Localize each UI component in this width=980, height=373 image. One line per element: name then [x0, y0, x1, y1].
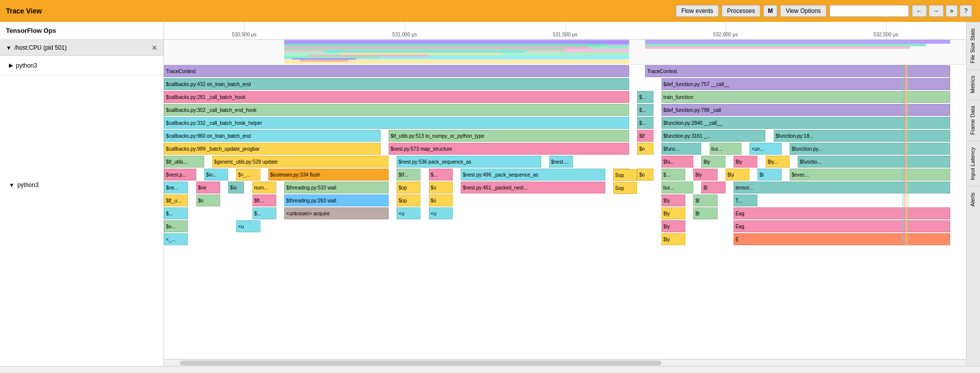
- m-button[interactable]: M: [763, 5, 777, 17]
- nav-more-button[interactable]: »: [946, 5, 958, 17]
- flame-s-dots2[interactable]: $...: [661, 169, 685, 181]
- help-button[interactable]: ?: [960, 5, 972, 17]
- flame-sdots1[interactable]: $...: [637, 91, 653, 103]
- flame-threading263[interactable]: $threading.py:263 wait: [284, 194, 389, 206]
- flame-clt1[interactable]: <_...: [164, 233, 188, 245]
- flame-ne1[interactable]: $ne...: [164, 182, 188, 193]
- flame-cu2[interactable]: <u: [429, 207, 453, 219]
- nav-left-button[interactable]: ←: [912, 5, 927, 17]
- flame-eag2[interactable]: Eag: [734, 220, 950, 232]
- flame-cb332[interactable]: $callbacks.py:332 _call_batch_hook_helpe…: [164, 117, 629, 129]
- flame-sc1[interactable]: $<_...: [236, 169, 260, 181]
- flame-so2[interactable]: $o: [429, 182, 453, 193]
- flame-st1[interactable]: $t: [757, 169, 781, 181]
- flame-ne2[interactable]: $ne: [196, 182, 220, 193]
- flame-tfutils513[interactable]: $tf_utils.py:513 to_numpy_or_python_type: [389, 130, 629, 142]
- tab-file-size-stats[interactable]: File Size Stats: [967, 22, 980, 69]
- flame-st3[interactable]: $t: [693, 194, 717, 206]
- flame-un1[interactable]: <un...: [749, 143, 782, 155]
- flame-sty6[interactable]: $ty: [661, 194, 685, 206]
- flame-sop3[interactable]: $op: [397, 194, 420, 206]
- flame-tf-dots1[interactable]: $tf...: [397, 169, 420, 181]
- flame-nestp1[interactable]: $nest.p...: [164, 169, 196, 181]
- search-input[interactable]: [829, 5, 909, 17]
- flame-func-bui-un[interactable]: $func...: [661, 143, 702, 155]
- flame-callbacks960[interactable]: $callbacks.py:960 on_train_batch_end: [164, 130, 381, 142]
- flame-bui1[interactable]: bui...: [710, 143, 742, 155]
- tab-alerts[interactable]: Alerts: [967, 186, 980, 212]
- flame-sop-537[interactable]: Sop: [613, 182, 637, 194]
- flame-tensor1[interactable]: tensor...: [734, 182, 950, 193]
- flame-sfu1[interactable]: $fu...: [661, 156, 694, 168]
- flame-bui2[interactable]: bui...: [661, 182, 694, 193]
- flame-tfu1[interactable]: $tf_u...: [164, 194, 188, 206]
- flame-T1[interactable]: T...: [734, 194, 757, 206]
- flame-function18[interactable]: $function.py:18...: [774, 130, 950, 142]
- flame-tracecontext-2[interactable]: TraceContext: [645, 65, 950, 77]
- flame-stf1[interactable]: $tf: [637, 130, 653, 142]
- flame-function3161[interactable]: $function.py:3161 _...: [661, 130, 766, 142]
- flame-tracecontext-1[interactable]: TraceContext: [164, 65, 629, 77]
- flow-events-button[interactable]: Flow events: [676, 5, 719, 17]
- processes-button[interactable]: Processes: [722, 5, 760, 17]
- flame-nest573[interactable]: $nest.py:573 map_structure: [389, 143, 629, 155]
- flame-st2[interactable]: $t: [701, 182, 725, 193]
- flame-sty4[interactable]: $ty: [693, 169, 717, 181]
- flame-function2840[interactable]: $function.py:2840 __call__: [661, 117, 950, 129]
- flame-function-io[interactable]: $functio...: [798, 156, 950, 168]
- flame-sty9[interactable]: $ty: [661, 233, 685, 245]
- tab-frame-data[interactable]: Frame Data: [967, 99, 980, 141]
- tab-metrics[interactable]: Metrics: [967, 69, 980, 99]
- flame-sn2[interactable]: $n: [196, 194, 220, 206]
- flame-nest536[interactable]: $nest.py:536 pack_sequence_as: [397, 156, 541, 168]
- flame-st4[interactable]: $t: [693, 207, 717, 219]
- flame-nest-dots1[interactable]: $nest....: [549, 156, 573, 168]
- flame-num1[interactable]: num...: [252, 182, 276, 193]
- flame-tfutils1[interactable]: $tf_utils...: [164, 156, 204, 168]
- flame-so4[interactable]: $o...: [164, 220, 188, 232]
- flame-deffunction757[interactable]: $def_function.py:757 __call__: [661, 78, 950, 90]
- flame-s-dots4[interactable]: $...: [252, 207, 276, 219]
- flame-sty8[interactable]: $ty: [661, 220, 685, 232]
- flame-sop-508[interactable]: Sop: [613, 169, 637, 181]
- flame-sty7[interactable]: $ty: [661, 207, 685, 219]
- flame-train-function[interactable]: train_function: [661, 91, 950, 103]
- flame-s-dots3[interactable]: $...: [164, 207, 188, 219]
- flame-sio1[interactable]: $io: [228, 182, 244, 193]
- flame-cb432[interactable]: $callbacks.py:432 on_train_batch_end: [164, 78, 629, 90]
- flame-generic528[interactable]: $generic_utils.py:528 update: [212, 156, 389, 168]
- flame-cb302[interactable]: $callbacks.py:302 _call_batch_end_hook: [164, 104, 629, 116]
- flame-sop2[interactable]: $op: [397, 182, 420, 193]
- flame-unknown-acquire[interactable]: <unknown> acquire: [284, 207, 389, 219]
- horizontal-scrollbar[interactable]: [164, 359, 966, 366]
- process-expand-arrow-2[interactable]: ▼: [9, 182, 14, 188]
- flame-cb281[interactable]: $callbacks.py:281 _call_batch_hook: [164, 91, 629, 103]
- flame-iostream334[interactable]: $iostream.py:334 flush: [268, 169, 389, 181]
- flame-cu1[interactable]: <u: [397, 207, 420, 219]
- flame-cu3[interactable]: <u: [236, 220, 260, 232]
- trace-content[interactable]: TraceContext TraceContext $callbacks.py:…: [164, 40, 966, 359]
- flame-sty1[interactable]: $ty: [701, 156, 725, 168]
- flame-deffunction798[interactable]: $def_function.py:798 _call: [661, 104, 950, 116]
- flame-s-dots1[interactable]: $...: [429, 169, 453, 181]
- flame-threading533[interactable]: $threading.py:533 wait: [284, 182, 389, 193]
- flame-sdots3[interactable]: $...: [637, 117, 653, 129]
- flame-so1[interactable]: $o: [637, 169, 653, 181]
- flame-sty5[interactable]: $ty: [726, 169, 749, 181]
- flame-io1[interactable]: $io...: [204, 169, 228, 181]
- nav-right-button[interactable]: →: [929, 5, 944, 17]
- view-options-button[interactable]: View Options: [780, 5, 826, 17]
- flame-eag1[interactable]: Eag: [734, 207, 950, 219]
- host-close-button[interactable]: ✕: [152, 44, 158, 52]
- flame-sty2[interactable]: $ty: [734, 156, 757, 168]
- flame-exec1[interactable]: $exec...: [790, 169, 950, 181]
- flame-sty3[interactable]: $ty...: [766, 156, 790, 168]
- flame-nest461[interactable]: $nest.py:461 _packed_nest...: [461, 182, 605, 193]
- flame-sfr1[interactable]: $fr...: [252, 194, 276, 206]
- tab-input-latency[interactable]: Input Latency: [967, 141, 980, 186]
- flame-sdots2[interactable]: $...: [637, 104, 653, 116]
- flame-E1[interactable]: E: [734, 233, 950, 245]
- host-expand-arrow[interactable]: ▼: [6, 45, 11, 51]
- flame-functionpy1[interactable]: $function.py...: [790, 143, 950, 155]
- process-expand-arrow-1[interactable]: ▶: [9, 62, 13, 69]
